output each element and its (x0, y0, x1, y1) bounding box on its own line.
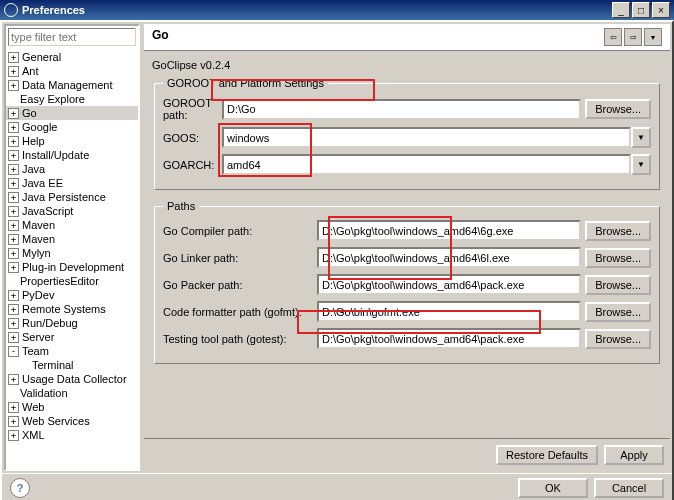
forward-button[interactable]: ⇨ (624, 28, 642, 46)
tree-node-easy-explore[interactable]: Easy Explore (6, 92, 138, 106)
tree-node-server[interactable]: +Server (6, 330, 138, 344)
goarch-select[interactable] (222, 154, 631, 175)
expand-icon[interactable]: + (8, 150, 19, 161)
expand-icon[interactable]: + (8, 234, 19, 245)
tree-node-general[interactable]: +General (6, 50, 138, 64)
tree-node-validation[interactable]: Validation (6, 386, 138, 400)
linker-browse-button[interactable]: Browse... (585, 248, 651, 268)
expand-icon[interactable]: + (8, 164, 19, 175)
expand-icon[interactable]: + (8, 178, 19, 189)
tree-node-maven[interactable]: +Maven (6, 232, 138, 246)
maximize-button[interactable]: □ (632, 2, 650, 18)
cancel-button[interactable]: Cancel (594, 478, 664, 498)
tree-node-javascript[interactable]: +JavaScript (6, 204, 138, 218)
expand-icon[interactable]: + (8, 136, 19, 147)
tree-node-go[interactable]: +Go (6, 106, 138, 120)
tree-label: Java (22, 163, 45, 175)
gotest-browse-button[interactable]: Browse... (585, 329, 651, 349)
tree-label: Terminal (32, 359, 74, 371)
gofmt-label: Code formatter path (gofmt): (163, 306, 313, 318)
tree-label: Maven (22, 233, 55, 245)
goos-select[interactable] (222, 127, 631, 148)
tree-node-data-management[interactable]: +Data Management (6, 78, 138, 92)
goos-dropdown-icon[interactable]: ▼ (631, 127, 651, 148)
goarch-dropdown-icon[interactable]: ▼ (631, 154, 651, 175)
gofmt-input[interactable] (317, 301, 581, 322)
tree-node-google[interactable]: +Google (6, 120, 138, 134)
paths-group: Paths Go Compiler path:Browse... Go Link… (154, 200, 660, 364)
help-button[interactable]: ? (10, 478, 30, 498)
close-button[interactable]: × (652, 2, 670, 18)
tree-node-java[interactable]: +Java (6, 162, 138, 176)
tree-node-web-services[interactable]: +Web Services (6, 414, 138, 428)
expand-icon[interactable]: + (8, 248, 19, 259)
ok-button[interactable]: OK (518, 478, 588, 498)
linker-input[interactable] (317, 247, 581, 268)
tree-label: Java Persistence (22, 191, 106, 203)
expand-icon[interactable]: + (8, 430, 19, 441)
goroot-label: GOROOT path: (163, 97, 218, 121)
tree-label: Mylyn (22, 247, 51, 259)
packer-input[interactable] (317, 274, 581, 295)
packer-browse-button[interactable]: Browse... (585, 275, 651, 295)
tree-label: Run/Debug (22, 317, 78, 329)
tree-node-mylyn[interactable]: +Mylyn (6, 246, 138, 260)
tree-node-install-update[interactable]: +Install/Update (6, 148, 138, 162)
expand-icon[interactable]: + (8, 290, 19, 301)
tree-label: Remote Systems (22, 303, 106, 315)
compiler-label: Go Compiler path: (163, 225, 313, 237)
tree-node-terminal[interactable]: Terminal (6, 358, 138, 372)
expand-icon[interactable]: + (8, 192, 19, 203)
tree-node-web[interactable]: +Web (6, 400, 138, 414)
expand-icon[interactable]: + (8, 402, 19, 413)
tree-node-xml[interactable]: +XML (6, 428, 138, 442)
expand-icon[interactable]: + (8, 220, 19, 231)
tree-node-team[interactable]: -Team (6, 344, 138, 358)
expand-icon[interactable]: + (8, 374, 19, 385)
goroot-input[interactable] (222, 99, 581, 120)
compiler-browse-button[interactable]: Browse... (585, 221, 651, 241)
window-title: Preferences (22, 4, 612, 16)
tree-node-run-debug[interactable]: +Run/Debug (6, 316, 138, 330)
tree-label: Team (22, 345, 49, 357)
goroot-browse-button[interactable]: Browse... (585, 99, 651, 119)
expand-icon[interactable]: + (8, 416, 19, 427)
tree-node-ant[interactable]: +Ant (6, 64, 138, 78)
expand-icon[interactable]: + (8, 80, 19, 91)
expand-icon[interactable]: + (8, 304, 19, 315)
tree-node-propertieseditor[interactable]: PropertiesEditor (6, 274, 138, 288)
expand-icon[interactable]: + (8, 52, 19, 63)
back-button[interactable]: ⇦ (604, 28, 622, 46)
tree-node-java-ee[interactable]: +Java EE (6, 176, 138, 190)
tree-label: Install/Update (22, 149, 89, 161)
tree-node-remote-systems[interactable]: +Remote Systems (6, 302, 138, 316)
expand-icon[interactable]: + (8, 108, 19, 119)
gotest-input[interactable] (317, 328, 581, 349)
expand-icon[interactable]: + (8, 332, 19, 343)
expand-icon[interactable]: + (8, 206, 19, 217)
expand-icon[interactable]: + (8, 66, 19, 77)
minimize-button[interactable]: _ (612, 2, 630, 18)
apply-button[interactable]: Apply (604, 445, 664, 465)
tree-node-java-persistence[interactable]: +Java Persistence (6, 190, 138, 204)
filter-input[interactable] (8, 28, 136, 46)
expand-icon[interactable]: + (8, 318, 19, 329)
tree-label: Plug-in Development (22, 261, 124, 273)
compiler-input[interactable] (317, 220, 581, 241)
packer-label: Go Packer path: (163, 279, 313, 291)
restore-defaults-button[interactable]: Restore Defaults (496, 445, 598, 465)
expand-icon[interactable]: - (8, 346, 19, 357)
tree-node-plug-in-development[interactable]: +Plug-in Development (6, 260, 138, 274)
linker-label: Go Linker path: (163, 252, 313, 264)
tree-node-usage-data-collector[interactable]: +Usage Data Collector (6, 372, 138, 386)
preferences-tree[interactable]: +General+Ant+Data ManagementEasy Explore… (6, 48, 138, 469)
tree-node-pydev[interactable]: +PyDev (6, 288, 138, 302)
gofmt-browse-button[interactable]: Browse... (585, 302, 651, 322)
menu-button[interactable]: ▾ (644, 28, 662, 46)
expand-icon[interactable]: + (8, 122, 19, 133)
tree-node-maven[interactable]: +Maven (6, 218, 138, 232)
tree-node-help[interactable]: +Help (6, 134, 138, 148)
expand-icon (8, 95, 17, 104)
gotest-label: Testing tool path (gotest): (163, 333, 313, 345)
expand-icon[interactable]: + (8, 262, 19, 273)
